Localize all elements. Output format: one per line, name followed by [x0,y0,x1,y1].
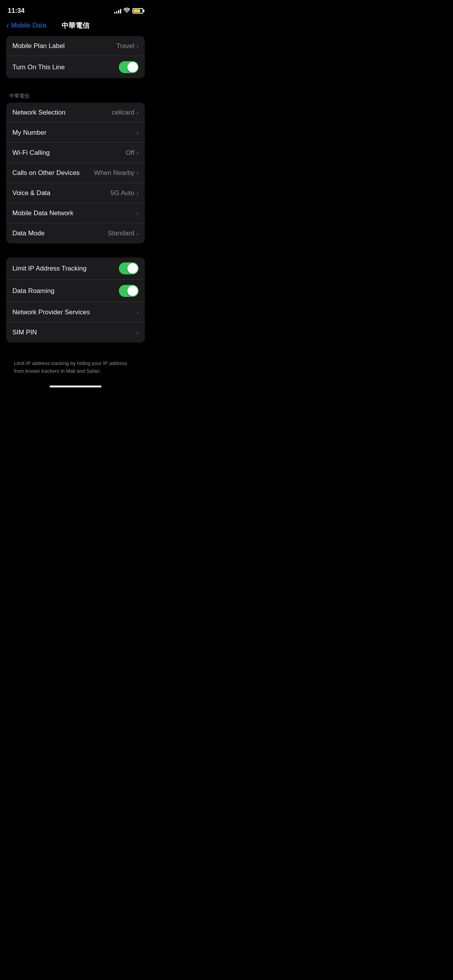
chevron-right-icon: › [137,329,139,336]
section2-label: 中華電信 [8,93,31,102]
limit-ip-tracking-label: Limit IP Address Tracking [12,265,87,272]
back-button[interactable]: ‹ Mobile Data [6,21,46,30]
data-roaming-toggle[interactable] [119,285,139,297]
section-privacy: Limit IP Address Tracking Data Roaming N… [6,257,145,343]
turn-on-line-row[interactable]: Turn On This Line [6,56,145,78]
voice-data-row[interactable]: Voice & Data 5G Auto › [6,183,145,203]
sim-pin-label: SIM PIN [12,329,37,336]
calls-other-devices-row[interactable]: Calls on Other Devices When Nearby › [6,163,145,183]
network-provider-services-row[interactable]: Network Provider Services › [6,302,145,322]
section-plan: Mobile Plan Label Travel › Turn On This … [6,36,145,78]
mobile-plan-label-text: Mobile Plan Label [12,42,65,50]
nav-header: ‹ Mobile Data 中華電信 [0,19,151,36]
status-time: 11:34 [8,7,24,15]
data-roaming-row[interactable]: Data Roaming [6,280,145,302]
limit-ip-tracking-row[interactable]: Limit IP Address Tracking [6,257,145,280]
chevron-right-icon: › [137,43,139,49]
status-icons [114,8,143,14]
back-label: Mobile Data [11,22,46,29]
battery-icon [132,8,143,14]
mobile-plan-label-right: Travel › [116,42,139,50]
data-mode-value: Standard [108,230,134,237]
voice-data-right: 5G Auto › [111,189,139,197]
data-roaming-label: Data Roaming [12,287,55,295]
back-chevron-icon: ‹ [6,21,9,30]
voice-data-value: 5G Auto [111,189,134,197]
signal-icon [114,8,121,14]
status-bar: 11:34 [0,0,151,19]
chevron-right-icon: › [137,170,139,176]
chevron-right-icon: › [137,230,139,237]
mobile-data-network-row[interactable]: Mobile Data Network › [6,203,145,223]
network-selection-row[interactable]: Network Selection cellcard › [6,103,145,123]
wifi-calling-value: Off [126,149,134,157]
home-indicator [0,382,151,389]
data-mode-right: Standard › [108,230,139,237]
my-number-right: › [137,129,139,136]
network-provider-services-right: › [137,309,139,315]
wifi-calling-row[interactable]: Wi-Fi Calling Off › [6,143,145,163]
network-provider-services-label: Network Provider Services [12,308,90,316]
mobile-data-network-label: Mobile Data Network [12,209,74,217]
turn-on-line-toggle[interactable] [119,61,139,73]
data-mode-label: Data Mode [12,230,45,237]
calls-other-devices-right: When Nearby › [94,169,139,177]
mobile-plan-label-value: Travel [116,42,134,50]
chevron-right-icon: › [137,129,139,136]
sim-pin-right: › [137,329,139,336]
wifi-calling-label: Wi-Fi Calling [12,149,50,157]
calls-other-devices-label: Calls on Other Devices [12,169,80,177]
section2-label-wrap: 中華電信 [6,92,145,99]
data-mode-row[interactable]: Data Mode Standard › [6,223,145,243]
chevron-right-icon: › [137,309,139,315]
my-number-label: My Number [12,129,46,137]
mobile-plan-label-row[interactable]: Mobile Plan Label Travel › [6,36,145,56]
voice-data-label: Voice & Data [12,189,50,197]
wifi-calling-right: Off › [126,149,139,157]
mobile-data-network-right: › [137,210,139,216]
network-selection-label: Network Selection [12,109,65,117]
chevron-right-icon: › [137,109,139,116]
turn-on-line-label: Turn On This Line [12,63,65,71]
home-bar [50,385,101,387]
section-network: Network Selection cellcard › My Number ›… [6,103,145,243]
limit-ip-tracking-toggle[interactable] [119,262,139,274]
chevron-right-icon: › [137,190,139,196]
footer-text: Limit IP address tracking by hiding your… [6,356,145,382]
chevron-right-icon: › [137,149,139,156]
content: Mobile Plan Label Travel › Turn On This … [0,36,151,382]
chevron-right-icon: › [137,210,139,216]
calls-other-devices-value: When Nearby [94,169,134,177]
my-number-row[interactable]: My Number › [6,123,145,143]
network-selection-value: cellcard [112,109,134,117]
page-title: 中華電信 [62,21,89,30]
network-selection-right: cellcard › [112,109,139,117]
wifi-icon [124,8,130,14]
sim-pin-row[interactable]: SIM PIN › [6,322,145,343]
